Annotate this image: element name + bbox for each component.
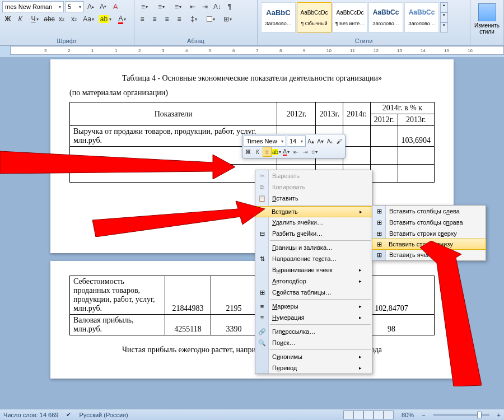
- sub-cols-left[interactable]: ⊞Вставить столбцы слева: [372, 206, 486, 217]
- sub-rows-above[interactable]: ⊞Вставить строки сверху: [372, 228, 486, 239]
- zoom-in-button[interactable]: +: [497, 412, 501, 418]
- shrink-font-button[interactable]: A▾: [97, 1, 109, 12]
- mini-size-combo[interactable]: 14▾: [287, 136, 306, 147]
- bullets-icon: ≡: [258, 302, 267, 311]
- search-icon: 🔍: [258, 338, 267, 347]
- strike-button[interactable]: abc: [44, 13, 55, 25]
- zoom-out-button[interactable]: −: [422, 412, 425, 418]
- page-2: Себестоимость проданных товаров, продукц…: [50, 261, 454, 379]
- style-item[interactable]: AaBbCcЗаголово…: [404, 2, 439, 32]
- style-gallery[interactable]: AaBbCЗаголово…AaBbCcDc¶ ОбычныйAaBbCcDc¶…: [260, 1, 468, 34]
- ctx-cut[interactable]: ✂Вырезать: [255, 170, 372, 181]
- subscript-button[interactable]: x2: [56, 13, 67, 25]
- proofing-icon[interactable]: ✔: [66, 411, 71, 418]
- mini-inc-indent-button[interactable]: ⇥: [301, 147, 310, 157]
- ctx-copy[interactable]: ⧉Копировать: [255, 181, 372, 193]
- foot-text: Чистая прибыль ежегодно растет, например…: [69, 346, 435, 354]
- ctx-delete-cells[interactable]: Удалить ячейки…: [255, 217, 372, 228]
- style-item[interactable]: AaBbCcDc¶ Без инте…: [333, 2, 367, 32]
- th-pct-2013: 2013г.: [398, 114, 435, 126]
- zoom-level[interactable]: 80%: [402, 412, 414, 418]
- align-right-button[interactable]: ≡: [161, 13, 172, 25]
- th-percent: 2014г. в % к: [370, 102, 434, 114]
- mini-shrink-button[interactable]: A▾: [316, 136, 325, 146]
- style-item[interactable]: AaBbCcDc¶ Обычный: [297, 2, 332, 32]
- zoom-slider[interactable]: [433, 414, 489, 416]
- economic-table-2[interactable]: Себестоимость проданных товаров, продукц…: [69, 276, 435, 335]
- ctx-synonyms[interactable]: Синонимы▸: [255, 351, 372, 362]
- mini-italic-button[interactable]: К: [253, 147, 262, 157]
- th-indicators: Показатели: [70, 102, 277, 126]
- mini-dec-indent-button[interactable]: ⇤: [291, 147, 300, 157]
- mini-center-button[interactable]: ≡: [263, 147, 272, 157]
- context-menu[interactable]: ✂Вырезать ⧉Копировать 📋ВВставитьставить …: [255, 170, 372, 374]
- mini-bullets-button[interactable]: ≡▾: [310, 147, 319, 157]
- multilevel-button[interactable]: ≡▾: [170, 1, 186, 12]
- ctx-autofit[interactable]: Автоподбор▸: [255, 276, 372, 287]
- ctx-table-props[interactable]: ⊞Свойства таблицы…: [255, 287, 372, 298]
- increase-indent-button[interactable]: ⇥: [199, 1, 211, 12]
- highlight-button[interactable]: ab▾: [97, 13, 113, 25]
- link-icon: 🔗: [258, 327, 267, 336]
- line-spacing-button[interactable]: ‡▾: [186, 13, 202, 25]
- sort-button[interactable]: A↓: [212, 1, 223, 12]
- borders-button[interactable]: ⊞▾: [220, 13, 235, 25]
- row1-c5: 103,6904: [398, 126, 435, 147]
- font-name-combo[interactable]: mes New Roman▾: [2, 1, 64, 12]
- ctx-hyperlink[interactable]: 🔗Гиперссылка…: [255, 326, 372, 337]
- ctx-numbering[interactable]: ≡Нумерация▸: [255, 312, 372, 323]
- word-count[interactable]: Число слов: 14 669: [3, 412, 58, 418]
- mini-bold-button[interactable]: Ж: [244, 147, 253, 157]
- underline-button[interactable]: Ч▾: [27, 13, 43, 25]
- ctx-translate[interactable]: Перевод▸: [255, 362, 372, 374]
- mini-styles-button[interactable]: Aₐ: [325, 136, 334, 146]
- bullets-button[interactable]: ≡▾: [137, 1, 152, 12]
- ctx-text-direction[interactable]: ⇅Направление текста…: [255, 253, 372, 264]
- style-item[interactable]: AaBbCЗаголово…: [261, 2, 296, 32]
- ctx-align-cells[interactable]: Выравнивание ячеек▸: [255, 264, 372, 276]
- change-styles-button[interactable]: Изменить стили: [473, 1, 501, 35]
- t2-r1-label: Себестоимость проданных товаров, продукц…: [70, 276, 165, 315]
- ctx-bullets[interactable]: ≡Маркеры▸: [255, 301, 372, 312]
- language-status[interactable]: Русский (Россия): [79, 412, 128, 418]
- sub-cells[interactable]: ⊞Вставить ячейки…: [372, 249, 486, 260]
- t2-r2-c1: 4255118: [165, 315, 211, 335]
- clear-format-button[interactable]: A̶: [110, 1, 121, 12]
- row1-c4: [370, 126, 398, 147]
- numbering-button[interactable]: ≡▾: [153, 1, 169, 12]
- superscript-button[interactable]: x2: [68, 13, 80, 25]
- insert-submenu[interactable]: ⊞Вставить столбцы слева ⊞Вставить столбц…: [372, 205, 486, 261]
- mini-fontcolor-button[interactable]: A▾: [282, 147, 291, 157]
- horizontal-ruler[interactable]: 32112345678910111213141516: [10, 46, 504, 55]
- ctx-paste[interactable]: 📋ВВставитьставить: [255, 193, 372, 204]
- mini-painter-button[interactable]: 🖌: [335, 136, 344, 146]
- mini-grow-button[interactable]: A▴: [306, 136, 315, 146]
- style-item[interactable]: AaBbCcЗаголово…: [368, 2, 403, 32]
- font-color-button[interactable]: A▾: [114, 13, 130, 25]
- ctx-lookup[interactable]: 🔍Поиск…: [255, 337, 372, 348]
- decrease-indent-button[interactable]: ⇤: [187, 1, 198, 12]
- justify-button[interactable]: ≡: [174, 13, 185, 25]
- bold-button[interactable]: Ж: [2, 13, 13, 25]
- change-case-button[interactable]: Aa▾: [81, 13, 96, 25]
- sub-cols-right[interactable]: ⊞Вставить столбцы справа: [372, 217, 486, 228]
- mini-highlight-button[interactable]: ab▾: [272, 147, 281, 157]
- align-center-button[interactable]: ≡: [149, 13, 160, 25]
- mini-font-combo[interactable]: Times New▾: [244, 136, 286, 147]
- italic-button[interactable]: К: [15, 13, 26, 25]
- ctx-insert[interactable]: Вставить▸ ⊞Вставить столбцы слева ⊞Встав…: [255, 206, 372, 217]
- grow-font-button[interactable]: A▴: [85, 1, 96, 12]
- shading-button[interactable]: ▾: [203, 13, 218, 25]
- ruler-area: 32112345678910111213141516: [0, 46, 504, 57]
- ctx-borders[interactable]: Границы и заливка…: [255, 242, 372, 253]
- ctx-split-cells[interactable]: ⊟Разбить ячейки…: [255, 228, 372, 239]
- show-marks-button[interactable]: ¶: [224, 1, 235, 12]
- font-size-combo[interactable]: 5▾: [65, 1, 84, 12]
- paragraph-group: ≡▾ ≡▾ ≡▾ ⇤ ⇥ A↓ ¶ ≡ ≡ ≡ ≡ ‡▾ ▾ ⊞▾ Абзац: [134, 0, 258, 45]
- align-left-button[interactable]: ≡: [137, 13, 148, 25]
- view-buttons[interactable]: [343, 410, 394, 419]
- table-col-right-icon: ⊞: [375, 218, 384, 227]
- sub-rows-below[interactable]: ⊞Вставить строки снизу: [372, 239, 486, 250]
- change-styles-icon: [478, 3, 496, 21]
- mini-toolbar[interactable]: Times New▾ 14▾ A▴ A▾ Aₐ 🖌 Ж К ≡ ab▾ A▾ ⇤…: [242, 134, 346, 158]
